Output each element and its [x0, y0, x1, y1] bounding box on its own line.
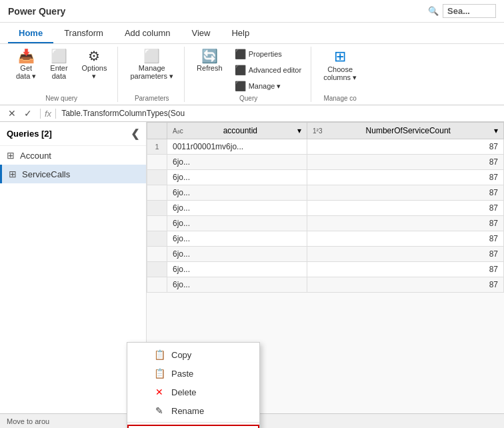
formula-fx-label: fx: [40, 109, 56, 119]
properties-button[interactable]: ⬛ Properties: [231, 47, 306, 61]
ribbon-group-items-new-query: 📥 Getdata ▾ ⬜ Enterdata ⚙ Options▾: [11, 47, 112, 93]
ctx-paste-label: Paste: [171, 369, 193, 379]
status-text: Move to arou: [7, 417, 49, 425]
search-label: Sea...: [447, 6, 470, 16]
sidebar: Queries [2] ❮ ⊞ Account ⊞ ServiceCalls: [0, 122, 147, 428]
ctx-rename[interactable]: ✎ Rename: [127, 401, 259, 420]
col-label-service-count: NumberOfServiceCount: [366, 126, 451, 135]
sidebar-item-service-calls[interactable]: ⊞ ServiceCalls: [0, 165, 146, 183]
col-header-accountid[interactable]: Aᵦc accountid ▾: [167, 123, 307, 139]
parameters-label: Parameters: [135, 95, 169, 102]
ctx-enable-load[interactable]: ✓ Enable load: [127, 425, 259, 428]
cell-accountid: 0011r00001mv6jo...: [167, 139, 307, 155]
ribbon-group-items-query: 🔄 Refresh ⬛ Properties ⬛ Advanced editor…: [191, 47, 305, 93]
options-button[interactable]: ⚙ Options▾: [76, 47, 112, 83]
row-number: [147, 185, 167, 201]
tab-transform[interactable]: Transform: [53, 23, 114, 43]
formula-cancel-button[interactable]: ✕: [5, 107, 19, 119]
refresh-button[interactable]: 🔄 Refresh: [191, 47, 228, 75]
choose-columns-icon: ⊞: [334, 49, 346, 64]
manage-button[interactable]: ⬛ Manage ▾: [231, 79, 306, 93]
tab-help[interactable]: Help: [221, 23, 260, 43]
ctx-paste[interactable]: 📋 Paste: [127, 364, 259, 383]
app-title: Power Query: [8, 6, 65, 17]
cell-service-count: 87: [307, 139, 504, 155]
service-calls-table-icon: ⊞: [9, 169, 17, 179]
table-row: 6jo... 87: [147, 170, 504, 185]
cell-accountid: 6jo...: [167, 262, 307, 277]
row-number: [147, 277, 167, 293]
get-data-icon: 📥: [18, 49, 35, 63]
cell-accountid: 6jo...: [167, 231, 307, 247]
search-box[interactable]: Sea...: [443, 4, 496, 18]
cell-service-count: 87: [307, 231, 504, 247]
data-table: Aᵦc accountid ▾ 1²3 NumberOfServiceCount…: [147, 122, 504, 293]
ctx-delete-label: Delete: [171, 387, 197, 397]
tab-view[interactable]: View: [181, 23, 221, 43]
cell-accountid: 6jo...: [167, 185, 307, 201]
search-icon: 🔍: [428, 6, 439, 16]
row-num-header: [147, 123, 167, 139]
row-number: [147, 262, 167, 277]
ribbon-group-parameters: ⬜ Manageparameters ▾ Parameters: [119, 47, 185, 102]
sidebar-item-service-calls-label: ServiceCalls: [22, 169, 70, 179]
table-row: 6jo... 87: [147, 185, 504, 201]
refresh-icon: 🔄: [201, 49, 218, 63]
search-area[interactable]: 🔍 Sea...: [428, 4, 496, 18]
enter-data-icon: ⬜: [51, 49, 67, 63]
sidebar-item-account[interactable]: ⊞ Account: [0, 146, 146, 165]
ribbon-tabs: Home Transform Add column View Help: [0, 23, 504, 44]
advanced-editor-button[interactable]: ⬛ Advanced editor: [231, 63, 306, 77]
col-type-accountid: Aᵦc: [173, 127, 183, 135]
ribbon-group-query: 🔄 Refresh ⬛ Properties ⬛ Advanced editor…: [186, 47, 311, 102]
sidebar-collapse-button[interactable]: ❮: [131, 127, 139, 140]
table-row: 6jo... 87: [147, 231, 504, 247]
ctx-rename-label: Rename: [171, 406, 204, 416]
cell-service-count: 87: [307, 185, 504, 201]
cell-service-count: 87: [307, 277, 504, 293]
cell-service-count: 87: [307, 216, 504, 231]
advanced-editor-icon: ⬛: [235, 65, 246, 75]
ctx-delete[interactable]: ✕ Delete: [127, 383, 259, 401]
ctx-copy-label: Copy: [171, 350, 191, 360]
get-data-button[interactable]: 📥 Getdata ▾: [11, 47, 41, 83]
table-row: 6jo... 87: [147, 201, 504, 216]
ctx-copy-icon: 📋: [154, 349, 165, 360]
cell-accountid: 6jo...: [167, 216, 307, 231]
ctx-paste-icon: 📋: [154, 368, 165, 379]
manage-params-icon: ⬜: [143, 49, 160, 63]
manage-icon: ⬛: [235, 81, 246, 91]
ribbon-group-manage-columns: ⊞ Choosecolumns ▾ Manage co: [313, 47, 367, 102]
row-number: [147, 170, 167, 185]
tab-home[interactable]: Home: [8, 23, 53, 43]
cell-accountid: 6jo...: [167, 201, 307, 216]
enter-data-button[interactable]: ⬜ Enterdata: [44, 47, 73, 83]
table-row: 6jo... 87: [147, 216, 504, 231]
cell-service-count: 87: [307, 262, 504, 277]
row-number: [147, 231, 167, 247]
formula-confirm-button[interactable]: ✓: [21, 107, 35, 119]
context-menu: 📋 Copy 📋 Paste ✕ Delete ✎ Rename ✓ Enabl…: [127, 342, 260, 428]
ctx-copy[interactable]: 📋 Copy: [127, 345, 259, 364]
row-number: [147, 247, 167, 262]
table-row: 6jo... 87: [147, 155, 504, 170]
ctx-delete-icon: ✕: [154, 387, 165, 397]
account-table-icon: ⊞: [7, 150, 15, 161]
manage-parameters-button[interactable]: ⬜ Manageparameters ▾: [125, 47, 179, 83]
title-bar: Power Query 🔍 Sea...: [0, 0, 504, 23]
cell-service-count: 87: [307, 170, 504, 185]
choose-columns-button[interactable]: ⊞ Choosecolumns ▾: [318, 47, 362, 85]
main-layout: Queries [2] ❮ ⊞ Account ⊞ ServiceCalls A…: [0, 122, 504, 428]
formula-bar: ✕ ✓ fx Table.TransformColumnTypes(Sou: [0, 105, 504, 122]
row-number: 1: [147, 139, 167, 155]
ctx-rename-icon: ✎: [154, 405, 165, 416]
table-row: 1 0011r00001mv6jo... 87: [147, 139, 504, 155]
row-number: [147, 155, 167, 170]
ribbon-group-new-query: 📥 Getdata ▾ ⬜ Enterdata ⚙ Options▾ New q…: [5, 47, 118, 102]
tab-add-column[interactable]: Add column: [114, 23, 181, 43]
col-filter-service-count[interactable]: ▾: [494, 126, 498, 135]
get-data-label: Getdata ▾: [16, 64, 36, 81]
col-header-service-count[interactable]: 1²3 NumberOfServiceCount ▾: [307, 123, 504, 139]
table-row: 6jo... 87: [147, 247, 504, 262]
col-filter-accountid[interactable]: ▾: [297, 126, 301, 135]
